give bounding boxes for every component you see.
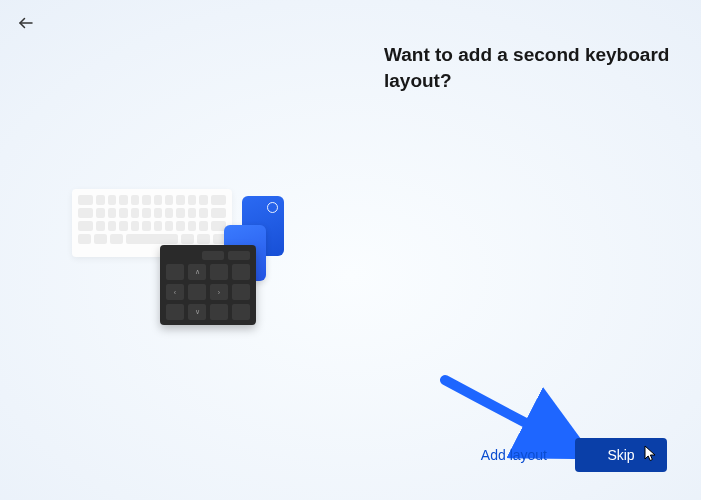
dark-numpad-icon: ∧ ‹› ∨ — [160, 245, 256, 325]
add-layout-button[interactable]: Add layout — [469, 439, 559, 471]
keyboard-illustration: ∧ ‹› ∨ — [72, 185, 302, 345]
back-arrow-icon — [17, 14, 35, 35]
skip-button-label: Skip — [607, 447, 634, 463]
footer-button-row: Add layout Skip — [469, 438, 667, 472]
back-button[interactable] — [14, 12, 38, 36]
skip-button[interactable]: Skip — [575, 438, 667, 472]
page-title: Want to add a second keyboard layout? — [384, 42, 684, 93]
